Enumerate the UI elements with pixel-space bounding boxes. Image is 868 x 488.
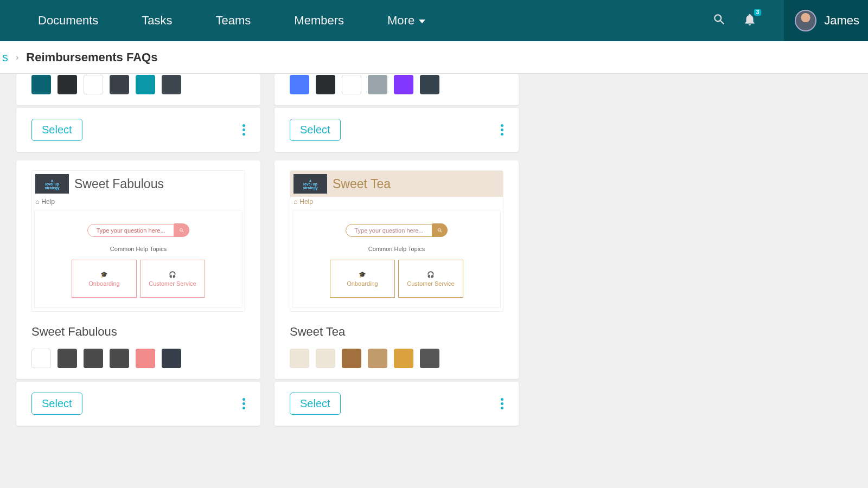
- swatch-row: [31, 349, 245, 368]
- notification-badge: 3: [754, 9, 762, 16]
- avatar: [795, 10, 816, 31]
- preview-search-input: Type your question here...: [346, 224, 432, 237]
- breadcrumb: s › Reimbursements FAQs: [0, 41, 868, 74]
- preview-body: Type your question here... Common Help T…: [34, 210, 242, 308]
- color-swatch[interactable]: [420, 349, 439, 368]
- color-swatch[interactable]: [162, 75, 181, 94]
- color-swatch[interactable]: [290, 349, 309, 368]
- swatch-row: [290, 75, 503, 94]
- home-icon: ⌂: [35, 198, 39, 206]
- preview-home-label: Help: [41, 198, 55, 206]
- color-swatch[interactable]: [420, 75, 439, 94]
- color-swatch[interactable]: [136, 75, 155, 94]
- graduation-icon: 🎓: [359, 271, 366, 278]
- preview-home-link: ⌂ Help: [32, 197, 245, 210]
- theme-card: Sweet Tea ⌂ Help Type your question here…: [275, 160, 519, 379]
- breadcrumb-current: Reimbursements FAQs: [26, 50, 157, 65]
- select-button[interactable]: Select: [290, 119, 341, 141]
- preview-header: Sweet Fabulous: [32, 171, 245, 197]
- preview-search: Type your question here...: [40, 223, 237, 237]
- color-swatch[interactable]: [110, 349, 129, 368]
- user-menu[interactable]: James: [784, 0, 868, 41]
- notifications-button[interactable]: 3: [743, 12, 757, 29]
- headset-icon: 🎧: [427, 271, 435, 278]
- color-swatch[interactable]: [84, 349, 103, 368]
- theme-card-footer: Select: [16, 381, 260, 426]
- breadcrumb-prev[interactable]: s: [2, 50, 8, 65]
- theme-card: Sweet Fabulous ⌂ Help Type your question…: [16, 160, 260, 379]
- nav-tasks[interactable]: Tasks: [120, 14, 194, 28]
- search-icon[interactable]: [712, 12, 726, 29]
- color-swatch[interactable]: [342, 75, 361, 94]
- color-swatch[interactable]: [342, 349, 361, 368]
- preview-topic-customer-service: 🎧 Customer Service: [140, 260, 205, 298]
- preview-topic-onboarding: 🎓 Onboarding: [72, 260, 137, 298]
- preview-search-input: Type your question here...: [87, 224, 174, 237]
- theme-card: [16, 74, 260, 105]
- theme-card: [275, 74, 519, 105]
- kebab-menu-icon[interactable]: [501, 398, 503, 409]
- select-button[interactable]: Select: [31, 393, 82, 415]
- breadcrumb-separator-icon: ›: [16, 53, 18, 62]
- preview-search-button-icon: [174, 223, 189, 237]
- nav-more[interactable]: More: [366, 14, 447, 28]
- nav-members[interactable]: Members: [272, 14, 366, 28]
- color-swatch[interactable]: [316, 349, 335, 368]
- graduation-icon: 🎓: [100, 271, 108, 278]
- preview-title: Sweet Tea: [333, 177, 391, 191]
- chevron-down-icon: [419, 20, 425, 23]
- swatch-row: [290, 349, 503, 368]
- color-swatch[interactable]: [84, 75, 103, 94]
- color-swatch[interactable]: [394, 75, 413, 94]
- theme-card-footer: Select: [275, 381, 519, 426]
- kebab-menu-icon[interactable]: [242, 124, 245, 136]
- preview-home-link: ⌂ Help: [290, 197, 503, 210]
- select-button[interactable]: Select: [290, 393, 341, 415]
- swatch-row: [31, 75, 245, 94]
- color-swatch[interactable]: [58, 349, 77, 368]
- theme-card-footer: Select: [16, 107, 260, 152]
- theme-name: Sweet Fabulous: [31, 325, 245, 339]
- topic-label: Customer Service: [407, 280, 454, 287]
- select-button[interactable]: Select: [31, 119, 82, 141]
- color-swatch[interactable]: [136, 349, 155, 368]
- color-swatch[interactable]: [31, 75, 51, 94]
- color-swatch[interactable]: [162, 349, 181, 368]
- color-swatch[interactable]: [110, 75, 129, 94]
- color-swatch[interactable]: [368, 75, 387, 94]
- primary-nav: Documents Tasks Teams Members More: [0, 14, 447, 28]
- nav-more-label: More: [387, 14, 414, 28]
- color-swatch[interactable]: [368, 349, 387, 368]
- bell-icon: [743, 19, 757, 28]
- preview-topics: 🎓 Onboarding 🎧 Customer Service: [40, 260, 237, 298]
- header-right: 3 James: [712, 0, 868, 41]
- home-icon: ⌂: [293, 198, 297, 206]
- preview-header: Sweet Tea: [290, 171, 503, 197]
- topic-label: Onboarding: [88, 280, 120, 287]
- kebab-menu-icon[interactable]: [501, 124, 503, 136]
- nav-documents[interactable]: Documents: [16, 14, 120, 28]
- preview-search-button-icon: [432, 223, 448, 237]
- preview-common-label: Common Help Topics: [298, 246, 495, 252]
- color-swatch[interactable]: [394, 349, 413, 368]
- kebab-menu-icon[interactable]: [242, 398, 245, 409]
- topic-label: Onboarding: [347, 280, 378, 287]
- theme-name: Sweet Tea: [290, 325, 503, 339]
- color-swatch[interactable]: [290, 75, 309, 94]
- username-label: James: [824, 14, 859, 28]
- content: Select Sweet Fabulous ⌂ Help Type your q…: [0, 74, 868, 426]
- preview-logo: [293, 174, 327, 194]
- preview-common-label: Common Help Topics: [40, 246, 237, 252]
- preview-title: Sweet Fabulous: [74, 177, 164, 191]
- preview-logo: [35, 174, 69, 194]
- preview-topic-customer-service: 🎧 Customer Service: [398, 260, 463, 298]
- preview-home-label: Help: [299, 198, 313, 206]
- theme-card-footer: Select: [275, 107, 519, 152]
- theme-preview: Sweet Fabulous ⌂ Help Type your question…: [31, 170, 245, 312]
- preview-search: Type your question here...: [298, 223, 495, 237]
- color-swatch[interactable]: [31, 349, 51, 368]
- topic-label: Customer Service: [149, 280, 196, 287]
- nav-teams[interactable]: Teams: [194, 14, 273, 28]
- color-swatch[interactable]: [316, 75, 335, 94]
- color-swatch[interactable]: [58, 75, 77, 94]
